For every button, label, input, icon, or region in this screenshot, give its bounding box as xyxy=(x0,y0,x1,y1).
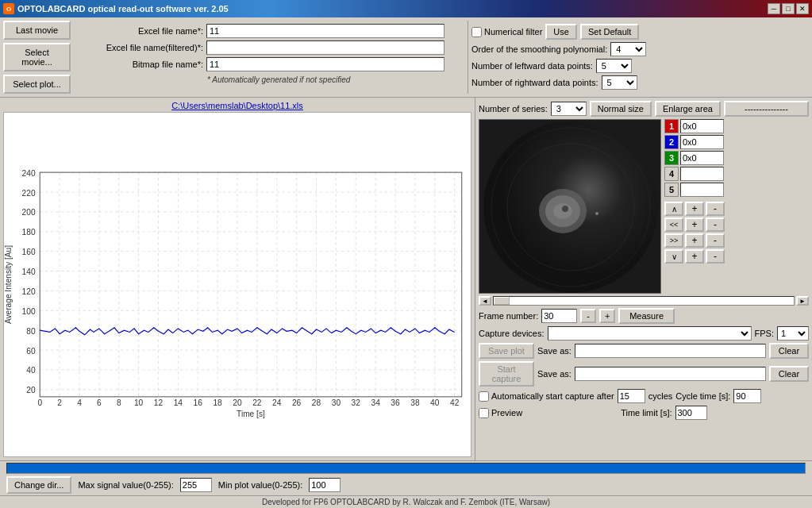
main-content: Last movie Select movie... Select plot..… xyxy=(0,17,812,508)
scroll-right-button[interactable]: ► xyxy=(796,296,809,306)
series-2-input[interactable] xyxy=(680,135,724,149)
change-dir-button[interactable]: Change dir... xyxy=(6,476,71,494)
right-nav-row: >> + - xyxy=(664,233,725,248)
dash-button[interactable]: --------------- xyxy=(724,101,809,117)
nav-controls: ∧ + - << + - >> + - xyxy=(664,202,725,264)
leftward-select[interactable]: 546 xyxy=(596,59,632,73)
measure-button[interactable]: Measure xyxy=(618,308,675,324)
down-button[interactable]: ∨ xyxy=(664,249,683,264)
scroll-track[interactable] xyxy=(493,296,795,306)
series-1-color[interactable]: 1 xyxy=(664,119,679,133)
minimize-button[interactable]: ─ xyxy=(768,3,780,14)
rightward-select[interactable]: 546 xyxy=(602,75,637,90)
cycles-label: cycles xyxy=(648,391,673,401)
svg-text:140: 140 xyxy=(22,267,36,276)
svg-text:80: 80 xyxy=(26,327,36,336)
filter-panel: Numerical filter Use Set Default Order o… xyxy=(468,21,809,94)
auto-capture-after-input[interactable] xyxy=(618,389,645,403)
series-4-color[interactable]: 4 xyxy=(664,167,679,181)
cycle-time-label: Cycle time [s]: xyxy=(675,391,730,401)
title-bar-left: O OPTOLABCARD optical read-out software … xyxy=(3,3,229,14)
chart-path-link[interactable]: C:\Users\memslab\Desktop\11.xls xyxy=(3,101,471,110)
series-5-input[interactable] xyxy=(680,183,724,197)
scrollbar-row: ◄ ► xyxy=(479,296,809,306)
series-3-input[interactable] xyxy=(680,151,724,165)
up-minus-button[interactable]: - xyxy=(706,202,725,216)
scroll-left-button[interactable]: ◄ xyxy=(479,296,491,306)
cycle-time-input[interactable] xyxy=(733,389,761,403)
start-capture-button[interactable]: Start capture xyxy=(479,361,534,387)
maximize-button[interactable]: □ xyxy=(782,3,795,14)
down-plus-button[interactable]: + xyxy=(685,249,704,264)
max-signal-label: Max signal value(0-255): xyxy=(78,480,173,490)
enlarge-area-button[interactable]: Enlarge area xyxy=(655,101,721,117)
select-plot-button[interactable]: Select plot... xyxy=(3,75,71,94)
footer-text: Developed for FP6 OPTOLABCARD by R. Walc… xyxy=(262,498,550,506)
set-default-button[interactable]: Set Default xyxy=(580,24,639,40)
smoothing-row: Order of the smoothing polynomial: 456 xyxy=(471,42,806,56)
use-button[interactable]: Use xyxy=(545,24,577,40)
left-nav-row: << + - xyxy=(664,217,725,232)
frame-plus-button[interactable]: + xyxy=(599,309,615,323)
number-of-series-select[interactable]: 31245 xyxy=(551,102,587,116)
smoothing-select[interactable]: 456 xyxy=(610,42,646,56)
preview-checkbox[interactable] xyxy=(479,408,489,418)
chart-svg: 240 220 200 180 160 140 120 100 80 60 40… xyxy=(4,113,471,456)
save-plot-input[interactable] xyxy=(575,344,766,358)
time-limit-input[interactable] xyxy=(675,406,707,420)
auto-capture-row: Automatically start capture after cycles… xyxy=(479,389,809,403)
series-2-color[interactable]: 2 xyxy=(664,135,679,149)
frame-minus-button[interactable]: - xyxy=(580,309,596,323)
save-as-label-2: Save as: xyxy=(537,369,571,379)
up-plus-button[interactable]: + xyxy=(685,202,704,216)
save-plot-button[interactable]: Save plot xyxy=(479,343,534,359)
auto-capture-checkbox[interactable] xyxy=(479,391,489,402)
capture-devices-select[interactable] xyxy=(548,326,752,341)
max-signal-input[interactable] xyxy=(180,478,212,492)
svg-point-78 xyxy=(562,206,568,212)
series-4-input[interactable] xyxy=(680,167,724,181)
up-button[interactable]: ∧ xyxy=(664,202,683,216)
series-1-input[interactable] xyxy=(680,119,724,133)
excel-filtered-input[interactable] xyxy=(206,40,444,55)
bitmap-file-input[interactable] xyxy=(206,57,444,71)
numerical-filter-text: Numerical filter xyxy=(484,27,542,37)
left-button[interactable]: << xyxy=(664,217,683,232)
series-3-color[interactable]: 3 xyxy=(664,151,679,165)
svg-text:220: 220 xyxy=(22,189,36,198)
bitmap-file-label: Bitmap file name*: xyxy=(80,60,203,69)
down-minus-button[interactable]: - xyxy=(706,249,725,264)
auto-capture-label[interactable]: Automatically start capture after xyxy=(479,391,614,402)
svg-text:38: 38 xyxy=(410,398,420,407)
svg-text:40: 40 xyxy=(26,366,36,375)
numerical-filter-checkbox[interactable] xyxy=(471,27,482,37)
excel-file-label: Excel file name*: xyxy=(80,26,203,36)
min-plot-input[interactable] xyxy=(309,478,341,492)
clear-capture-button[interactable]: Clear xyxy=(769,366,809,382)
last-movie-button[interactable]: Last movie xyxy=(3,21,71,40)
scroll-thumb[interactable] xyxy=(494,297,510,305)
right-button[interactable]: >> xyxy=(664,233,683,248)
svg-point-79 xyxy=(595,212,598,215)
frame-number-input[interactable] xyxy=(541,309,577,323)
select-movie-button[interactable]: Select movie... xyxy=(3,43,71,71)
svg-text:24: 24 xyxy=(272,398,282,407)
excel-file-input[interactable] xyxy=(206,24,444,38)
numerical-filter-label[interactable]: Numerical filter xyxy=(471,27,542,37)
right-plus-button[interactable]: + xyxy=(685,233,704,248)
title-bar: O OPTOLABCARD optical read-out software … xyxy=(0,0,812,17)
rightward-label: Number of rightward data points: xyxy=(471,78,598,87)
fps-select[interactable]: 12510 xyxy=(777,326,809,341)
save-capture-input[interactable] xyxy=(575,367,766,381)
clear-plot-button[interactable]: Clear xyxy=(769,343,809,359)
excel-filtered-label: Excel file name(filtered)*: xyxy=(80,43,203,52)
series-5-color[interactable]: 5 xyxy=(664,183,679,197)
preview-label[interactable]: Preview xyxy=(479,408,522,418)
right-minus-button[interactable]: - xyxy=(706,233,725,248)
left-plus-button[interactable]: + xyxy=(685,217,704,232)
normal-size-button[interactable]: Normal size xyxy=(590,101,652,117)
close-button[interactable]: ✕ xyxy=(796,3,809,14)
series-4-row: 4 xyxy=(664,167,725,181)
svg-text:36: 36 xyxy=(391,398,400,407)
left-minus-button[interactable]: - xyxy=(706,217,725,232)
